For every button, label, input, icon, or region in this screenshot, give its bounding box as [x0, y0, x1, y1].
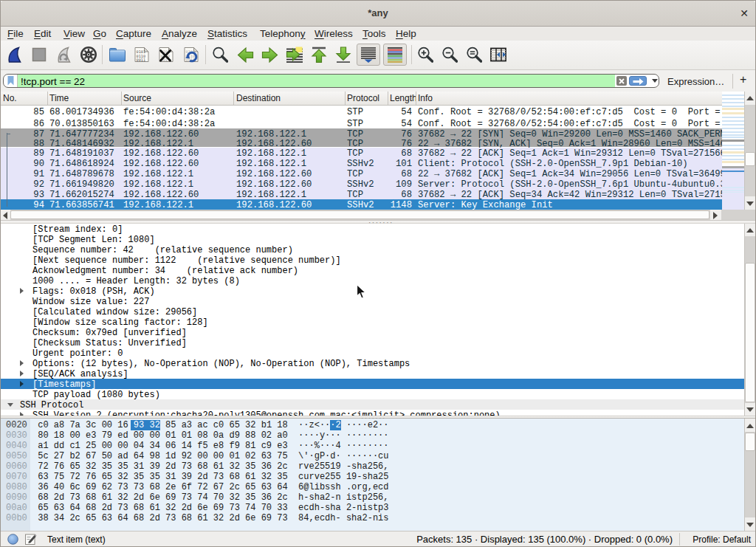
svg-text:0011: 0011 — [137, 58, 146, 62]
